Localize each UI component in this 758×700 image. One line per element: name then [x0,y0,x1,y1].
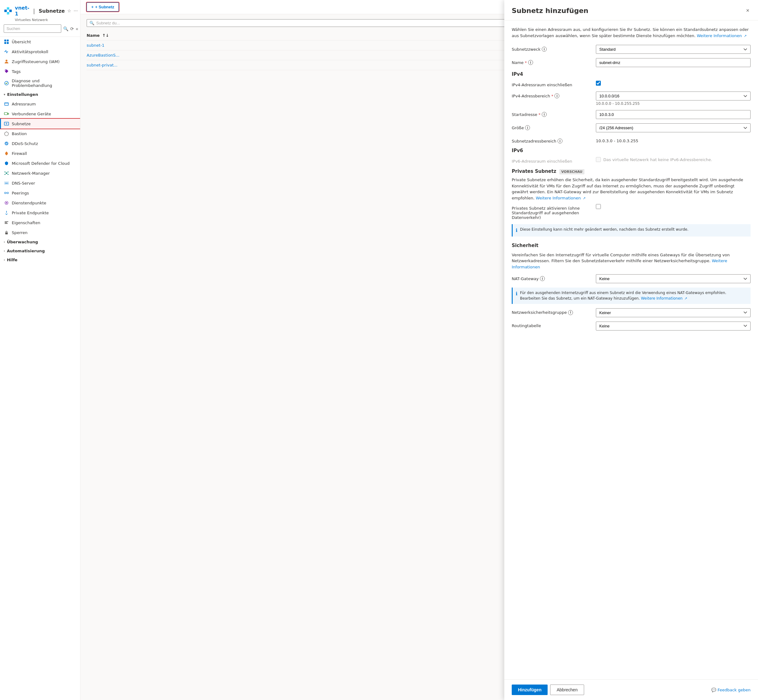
ipv4-range-info-icon[interactable]: i [554,94,559,98]
startadresse-input[interactable] [596,110,750,119]
startadresse-info-icon[interactable]: i [542,112,547,117]
address-icon [4,101,9,107]
startadresse-field: Startadresse * i [512,110,750,119]
subnet-link[interactable]: subnet-1 [87,43,105,48]
subnetzadressbereich-label: Subnetzadressbereich i [512,137,592,144]
collapse-icon[interactable]: « [76,26,78,31]
sidebar-item-activity[interactable]: Aktivitätsprotokoll [0,47,80,56]
ipv4-include-checkbox[interactable] [596,81,601,86]
sidebar-item-firewall[interactable]: Firewall [0,148,80,158]
subnet-link[interactable]: subnet-privat... [87,63,117,67]
routing-select[interactable]: Keine [596,322,750,331]
plus-icon: + [91,5,94,9]
sidebar-item-label: Subnetze [12,122,31,126]
feedback-link[interactable]: 💬 Feedback geben [711,688,750,692]
groesse-label: Größe i [512,123,592,130]
bastion-icon [4,131,9,136]
chevron-right-icon: › [4,249,5,253]
privates-more-info-link[interactable]: Weitere Informationen ↗ [536,196,586,200]
sidebar-item-label: Bastion [12,131,27,136]
ipv6-disabled-text: Das virtuelle Netzwerk hat keine IPv6-Ad… [603,157,712,162]
nat-gateway-select[interactable]: Keine [596,274,750,283]
feedback-icon: 💬 [711,688,716,692]
ipv4-range-select[interactable]: 10.0.0.0/16 [596,92,750,100]
ipv4-include-field: IPv4-Adressraum einschließen [512,81,750,87]
external-link-icon: ↗ [583,196,585,200]
section-automatisierung[interactable]: › Automatisierung [0,247,80,255]
sidebar-search-input[interactable] [4,24,61,33]
properties-icon [4,220,9,225]
routing-field: Routingtabelle Keine [512,322,750,331]
sidebar-item-dns[interactable]: DNS DNS-Server [0,178,80,188]
sidebar-item-ddos[interactable]: DDoS-Schutz [0,139,80,148]
sidebar-item-private-endpunkte[interactable]: Private Endpunkte [0,208,80,218]
svg-point-25 [7,192,9,194]
sidebar-item-tags[interactable]: Tags [0,66,80,77]
sidebar-item-eigenschaften[interactable]: Eigenschaften [0,218,80,228]
refresh-icon[interactable]: ⟳ [70,26,74,31]
privates-description: Private Subnetze erhöhen die Sicherheit,… [512,177,750,201]
section-hilfe[interactable]: › Hilfe [0,255,80,264]
subnet-search-input[interactable] [96,21,148,25]
more-options-icon[interactable]: ··· [74,8,78,13]
required-indicator: * [551,94,553,98]
privates-heading-row: Privates Subnetz VORSCHAU [512,169,750,174]
search-icon[interactable]: 🔍 [63,26,68,31]
add-button[interactable]: Hinzufügen [512,684,548,695]
name-input[interactable] [596,58,750,67]
svg-text:DNS: DNS [5,182,8,184]
svg-rect-14 [8,113,9,114]
panel-title: Subnetz hinzufügen [512,7,589,14]
sidebar-item-label: Microsoft Defender for Cloud [12,161,70,166]
nat-info-box: ℹ Für den ausgehenden Internetzugriff au… [512,288,750,304]
subnetzzweck-info-icon[interactable]: i [542,47,547,52]
favorite-icon[interactable]: ☆ [67,8,71,13]
sidebar-item-dienstendpunkte[interactable]: Dienstendpunkte [0,198,80,208]
sidebar-item-overview[interactable]: Übersicht [0,37,80,47]
sidebar-item-label: Firewall [12,151,27,156]
sort-icon[interactable]: ↑↓ [102,33,109,38]
sidebar-item-adressraum[interactable]: Adressraum [0,99,80,109]
peering-icon [4,190,9,196]
section-uberwachung[interactable]: › Überwachung [0,238,80,247]
svg-rect-31 [5,233,8,234]
svg-rect-7 [4,42,6,44]
brand-title: vnet-1 [15,5,30,17]
subnetzadressbereich-info-icon[interactable]: i [558,139,562,144]
privates-activate-checkbox[interactable] [596,204,601,209]
sidebar-brand: vnet-1 | Subnetze ☆ ··· [4,5,77,17]
nat-info-icon[interactable]: i [540,276,545,281]
cancel-button[interactable]: Abbrechen [550,684,584,695]
groesse-field: Größe i /24 (256 Adressen) /25 (128 Adre… [512,123,750,132]
panel-close-button[interactable]: × [745,6,750,15]
subnetzzweck-label: Subnetzzweck i [512,45,592,52]
more-info-link[interactable]: Weitere Informationen ↗ [697,33,747,38]
svg-rect-6 [7,39,9,41]
groesse-select[interactable]: /24 (256 Adressen) /25 (128 Adressen) /2… [596,123,750,132]
sidebar-item-diagnose[interactable]: Diagnose und Problembehandlung [0,77,80,90]
subnetzzweck-select[interactable]: Standard Virtual Network Gateway Azure B… [596,45,750,54]
subnet-link[interactable]: AzureBastionS... [87,53,119,58]
sidebar-item-sperren[interactable]: Sperren [0,228,80,238]
network-icon [4,170,9,176]
tag-icon [4,69,9,74]
panel-header: Subnetz hinzufügen × [504,0,758,20]
sidebar-item-defender[interactable]: Microsoft Defender for Cloud [0,158,80,168]
sidebar-item-bastion[interactable]: Bastion [0,129,80,139]
sidebar-item-peerings[interactable]: Peerings [0,188,80,198]
subnetzadressbereich-value: 10.0.3.0 - 10.0.3.255 [596,137,750,143]
sidebar-item-subnetze[interactable]: Subnetze [0,119,80,129]
sidebar-item-iam[interactable]: Zugriffssteuerung (IAM) [0,56,80,66]
section-einstellungen[interactable]: ▾ Einstellungen [0,90,80,99]
ipv6-include-checkbox[interactable] [596,157,601,162]
nsg-select[interactable]: Keiner [596,308,750,317]
nat-more-info-link[interactable]: Weitere Informationen ↗ [641,296,687,300]
add-subnet-button[interactable]: + + Subnetz [87,3,119,11]
groesse-info-icon[interactable]: i [525,125,530,130]
vnet-icon [4,6,13,15]
sidebar-item-verbundene[interactable]: Verbundene Geräte [0,109,80,119]
nsg-info-icon[interactable]: i [568,310,573,315]
sidebar-item-netzwerk[interactable]: Netzwerk-Manager [0,168,80,178]
chevron-right-icon: › [4,240,5,244]
name-info-icon[interactable]: i [528,60,533,65]
